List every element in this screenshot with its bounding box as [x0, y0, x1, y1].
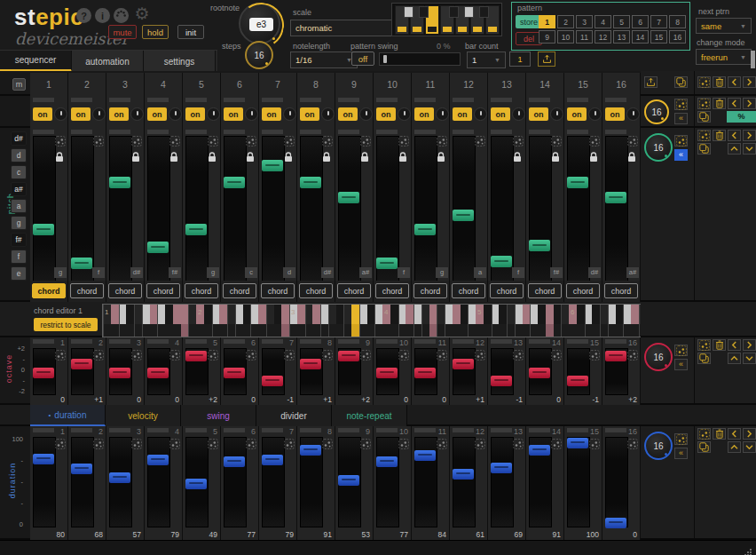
step-strip[interactable] — [491, 339, 512, 344]
randomize-icon[interactable] — [627, 348, 638, 364]
pitch-slider-handle[interactable] — [109, 177, 130, 188]
row-length-knob[interactable]: 16 — [644, 99, 669, 124]
step-probability-strip[interactable] — [300, 98, 321, 102]
piano-key[interactable] — [616, 305, 624, 337]
piano-key[interactable] — [429, 305, 437, 337]
piano-key[interactable] — [468, 305, 476, 337]
duration-slider[interactable] — [147, 437, 170, 527]
info-icon[interactable]: i — [95, 8, 110, 23]
step-probability-strip[interactable] — [491, 98, 512, 102]
duration-slider[interactable] — [71, 437, 94, 527]
chord-button[interactable]: chord — [108, 283, 142, 298]
randomize-icon[interactable] — [589, 437, 600, 453]
pitch-slider-handle[interactable] — [414, 224, 436, 235]
note-button-e[interactable]: e — [11, 266, 27, 281]
subtab-velocity[interactable]: velocity — [106, 405, 181, 426]
step-number[interactable]: 15 — [564, 73, 602, 96]
pitch-slider[interactable] — [414, 136, 437, 281]
chord-button[interactable]: chord — [185, 283, 218, 298]
lock-icon[interactable] — [551, 150, 560, 166]
step-mini-knob[interactable] — [283, 107, 296, 121]
step-mini-knob[interactable] — [436, 107, 449, 121]
step-strip[interactable] — [453, 130, 474, 134]
piano-key[interactable] — [538, 305, 546, 337]
chord-button[interactable]: chord — [337, 283, 371, 298]
step-strip[interactable] — [300, 339, 321, 344]
pitch-slider[interactable] — [491, 136, 514, 281]
step-mini-knob[interactable] — [92, 107, 106, 121]
pattern-slot[interactable]: 13 — [613, 30, 630, 44]
randomize-icon[interactable] — [398, 348, 409, 364]
randomize-icon[interactable] — [589, 134, 600, 150]
pitch-slider[interactable] — [453, 136, 476, 281]
duration-slider[interactable] — [262, 437, 285, 527]
duration-slider[interactable] — [605, 437, 628, 527]
duration-slider[interactable] — [491, 437, 514, 527]
piano-key[interactable] — [561, 305, 569, 337]
shift-right-button[interactable] — [743, 98, 756, 109]
step-number[interactable]: 12 — [450, 73, 488, 96]
step-strip[interactable] — [529, 339, 550, 344]
randomize-icon[interactable] — [475, 134, 485, 150]
step-strip[interactable] — [491, 428, 512, 432]
piano-key[interactable] — [134, 305, 142, 337]
octave-slider-handle[interactable] — [300, 359, 321, 369]
step-strip[interactable] — [414, 428, 436, 432]
step-number[interactable]: 5 — [183, 73, 221, 96]
duration-slider-handle[interactable] — [567, 438, 588, 448]
randomize-icon[interactable] — [398, 134, 409, 150]
pitch-slider-handle[interactable] — [605, 192, 626, 203]
step-strip[interactable] — [605, 428, 626, 432]
piano-key[interactable] — [258, 305, 266, 337]
randomize-icon[interactable] — [475, 437, 485, 453]
piano-key[interactable] — [398, 305, 406, 337]
shift-left-button[interactable] — [728, 98, 741, 109]
octave-slider-handle[interactable] — [338, 351, 359, 361]
octave-slider[interactable] — [262, 348, 285, 395]
step-strip[interactable] — [185, 339, 207, 344]
copy-button[interactable] — [697, 441, 711, 453]
pitch-slider[interactable] — [605, 136, 628, 281]
shift-left-button[interactable] — [728, 130, 741, 141]
swing-off-button[interactable]: off — [351, 52, 374, 66]
pitch-slider[interactable] — [224, 136, 247, 281]
step-number[interactable]: 13 — [488, 73, 526, 96]
chord-button[interactable]: chord — [261, 283, 295, 298]
randomize-icon[interactable] — [513, 348, 524, 364]
randomize-icon[interactable] — [360, 437, 371, 453]
step-mini-knob[interactable] — [626, 107, 640, 121]
piano-key[interactable] — [600, 305, 608, 337]
piano-key[interactable] — [173, 305, 181, 337]
collapse-button[interactable]: « — [674, 359, 688, 370]
chord-button[interactable]: chord — [375, 283, 409, 298]
step-probability-strip[interactable] — [33, 98, 54, 102]
percent-button[interactable]: % — [727, 111, 756, 123]
lock-icon[interactable] — [284, 150, 293, 166]
randomize-icon[interactable] — [322, 437, 333, 453]
duration-slider[interactable] — [185, 437, 209, 527]
pattern-slot[interactable]: 8 — [669, 15, 686, 28]
octave-slider[interactable] — [109, 348, 132, 395]
randomize-icon[interactable] — [55, 134, 66, 150]
delete-button[interactable] — [713, 98, 726, 109]
duration-slider-handle[interactable] — [300, 445, 321, 456]
chord-button[interactable]: chord — [70, 283, 104, 298]
lock-icon[interactable] — [398, 150, 407, 166]
commit-button[interactable] — [644, 76, 658, 88]
step-probability-strip[interactable] — [567, 98, 588, 102]
step-on-button[interactable]: on — [33, 107, 52, 121]
piano-key[interactable] — [499, 305, 507, 337]
pattern-slot[interactable]: 14 — [632, 30, 649, 44]
shift-up-button[interactable] — [728, 441, 741, 453]
pattern-slot[interactable]: 9 — [539, 30, 555, 44]
resize-grip-icon[interactable] — [744, 544, 752, 555]
duration-slider-handle[interactable] — [185, 479, 207, 489]
row-length-knob[interactable]: 16 — [644, 432, 673, 460]
collapse-button[interactable]: « — [674, 113, 688, 124]
octave-slider[interactable] — [529, 348, 552, 395]
randomize-icon[interactable] — [322, 134, 333, 150]
pitch-slider-handle[interactable] — [567, 177, 588, 188]
step-strip[interactable] — [224, 339, 245, 344]
piano-key[interactable] — [585, 305, 593, 337]
step-on-button[interactable]: on — [109, 107, 129, 121]
